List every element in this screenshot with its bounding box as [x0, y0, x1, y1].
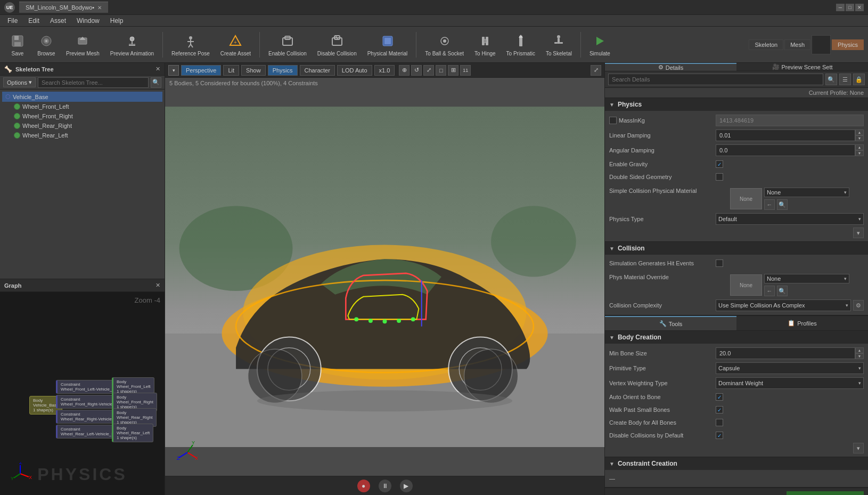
simple-collision-swatch[interactable]: None	[730, 188, 762, 209]
disable-collisions-default-checkbox[interactable]	[716, 432, 723, 439]
linear-damping-down[interactable]: ▼	[855, 135, 864, 141]
simple-collision-search-btn[interactable]: 🔍	[777, 199, 788, 210]
tab-mesh[interactable]: Mesh	[784, 39, 810, 50]
close-btn[interactable]: ✕	[855, 4, 864, 11]
disable-collision-button[interactable]: Disable Collision	[313, 30, 361, 59]
simple-collision-dropdown[interactable]: None ▾	[764, 188, 849, 197]
create-body-all-bones-checkbox[interactable]	[716, 419, 723, 426]
create-asset-button[interactable]: + Create Asset	[216, 30, 255, 59]
menu-file[interactable]: File	[2, 16, 23, 26]
details-search-btn[interactable]: 🔍	[825, 74, 837, 85]
menu-help[interactable]: Help	[105, 16, 129, 26]
viewport-grid-icon[interactable]: ⊞	[448, 65, 458, 76]
viewport-settings-btn[interactable]: ▾	[168, 65, 179, 76]
tree-item-wheel-rear-right[interactable]: Wheel_Rear_Right	[11, 121, 162, 131]
menu-asset[interactable]: Asset	[45, 16, 71, 26]
to-prismatic-button[interactable]: To Prismatic	[502, 30, 539, 59]
details-lock-btn[interactable]: 🔒	[853, 74, 865, 85]
skeleton-search-btn[interactable]: 🔍	[151, 77, 161, 88]
preview-mesh-button[interactable]: Preview Mesh	[62, 30, 104, 59]
simple-collision-back-btn[interactable]: ←	[764, 199, 775, 210]
auto-orient-checkbox[interactable]	[716, 393, 723, 401]
phys-material-back-btn[interactable]: ←	[764, 286, 775, 296]
angular-damping-input[interactable]	[716, 144, 855, 156]
collision-complexity-extra-btn[interactable]: ⚙	[853, 300, 864, 311]
physical-material-button[interactable]: Physical Material	[363, 30, 412, 59]
details-tab[interactable]: ⚙ Details	[605, 63, 736, 71]
maximize-btn[interactable]: □	[846, 4, 854, 11]
physics-expand-btn[interactable]: ▾	[853, 228, 864, 238]
viewport-scale-btn[interactable]: x1.0	[374, 65, 395, 76]
graph-close[interactable]: ✕	[155, 282, 160, 289]
menu-window[interactable]: Window	[71, 16, 105, 26]
save-button[interactable]: Save	[4, 30, 31, 59]
browse-button[interactable]: Browse	[33, 30, 60, 59]
tree-item-wheel-front-left[interactable]: Wheel_Front_Left	[11, 102, 162, 111]
min-bone-size-input[interactable]	[716, 347, 855, 359]
phys-material-swatch[interactable]: None	[730, 274, 762, 296]
enable-gravity-checkbox[interactable]	[716, 160, 723, 168]
viewport-show-btn[interactable]: Show	[241, 65, 266, 76]
angular-damping-up[interactable]: ▲	[855, 144, 864, 150]
viewport-scale-icon[interactable]: ⤢	[423, 65, 434, 76]
tools-tab-tools[interactable]: 🔧 Tools	[605, 316, 736, 330]
tab-skeleton[interactable]: Skeleton	[749, 39, 783, 50]
collision-section-header[interactable]: ▼ Collision	[605, 242, 868, 255]
collision-complexity-dropdown[interactable]: Use Simple Collision As Complex ▾	[716, 299, 851, 311]
menu-edit[interactable]: Edit	[23, 16, 45, 26]
double-sided-checkbox[interactable]	[716, 173, 723, 181]
viewport-camera-icon[interactable]: □	[436, 65, 446, 76]
skeleton-options-btn[interactable]: Options ▾	[3, 77, 36, 87]
viewport-perspective-btn[interactable]: Perspective	[181, 65, 221, 76]
primitive-type-dropdown[interactable]: Capsule ▾	[716, 362, 864, 374]
minimize-btn[interactable]: ─	[836, 4, 845, 11]
enable-collision-button[interactable]: Enable Collision	[264, 30, 311, 59]
to-hinge-button[interactable]: To Hinge	[470, 30, 499, 59]
viewport-lit-btn[interactable]: Lit	[223, 65, 239, 76]
playback-pause-btn[interactable]: ⏸	[379, 480, 391, 492]
tab-close-btn[interactable]: ✕	[97, 5, 102, 11]
vertex-weighting-dropdown[interactable]: Dominant Weight ▾	[716, 377, 864, 389]
tree-item-vehicle-base[interactable]: ⬡ Vehicle_Base	[2, 92, 162, 102]
viewport-expand-btn[interactable]: ⤢	[591, 65, 601, 76]
playback-forward-btn[interactable]: ▶	[400, 480, 413, 492]
details-view-btn[interactable]: ☰	[839, 74, 851, 85]
viewport-lod-num[interactable]: 11	[460, 65, 471, 76]
phys-material-dropdown[interactable]: None ▾	[764, 274, 849, 283]
phys-material-search-btn[interactable]: 🔍	[777, 286, 788, 296]
viewport-lod-btn[interactable]: LOD Auto	[337, 65, 372, 76]
min-bone-size-up[interactable]: ▲	[855, 347, 864, 353]
viewport-rotate-icon[interactable]: ↺	[411, 65, 422, 76]
linear-damping-input[interactable]	[716, 129, 855, 141]
to-ball-socket-button[interactable]: To Ball & Socket	[421, 30, 468, 59]
physics-section-header[interactable]: ▼ Physics	[605, 98, 868, 111]
tools-tab-profiles[interactable]: 📋 Profiles	[736, 316, 868, 330]
editor-tab[interactable]: SM_Lincoln_SM_Bodywo• ✕	[19, 2, 108, 13]
angular-damping-down[interactable]: ▼	[855, 150, 864, 156]
playback-record-btn[interactable]: ●	[357, 480, 370, 492]
sim-hit-events-checkbox[interactable]	[716, 259, 723, 267]
skeleton-search-input[interactable]	[38, 77, 149, 88]
constraint-creation-header[interactable]: ▼ Constraint Creation	[605, 457, 868, 470]
preview-scene-tab[interactable]: 🎥 Preview Scene Sett	[736, 63, 868, 71]
viewport-physics-btn[interactable]: Physics	[268, 65, 298, 76]
viewport-translate-icon[interactable]: ⊕	[399, 65, 410, 76]
skeleton-tree-close[interactable]: ✕	[155, 66, 160, 72]
tree-item-wheel-front-right[interactable]: Wheel_Front_Right	[11, 111, 162, 121]
regen-bodies-button[interactable]: Re-generate Bodies	[787, 491, 864, 495]
physics-type-dropdown[interactable]: Default ▾	[716, 213, 864, 225]
to-skeletal-button[interactable]: To Skeletal	[542, 30, 576, 59]
min-bone-size-down[interactable]: ▼	[855, 353, 864, 359]
walk-past-small-bones-checkbox[interactable]	[716, 406, 723, 413]
linear-damping-up[interactable]: ▲	[855, 129, 864, 135]
body-creation-expand-btn[interactable]: ▾	[853, 443, 864, 453]
body-creation-header[interactable]: ▼ Body Creation	[605, 331, 868, 344]
reference-pose-button[interactable]: Reference Pose	[167, 30, 214, 59]
preview-animation-button[interactable]: Preview Animation	[106, 30, 158, 59]
details-search-input[interactable]	[608, 74, 823, 85]
mass-in-kg-input[interactable]	[716, 115, 864, 126]
mass-checkbox[interactable]	[609, 117, 617, 124]
viewport-character-btn[interactable]: Character	[300, 65, 335, 76]
tree-item-wheel-rear-left[interactable]: Wheel_Rear_Left	[11, 131, 162, 140]
simulate-button[interactable]: Simulate	[585, 30, 615, 59]
